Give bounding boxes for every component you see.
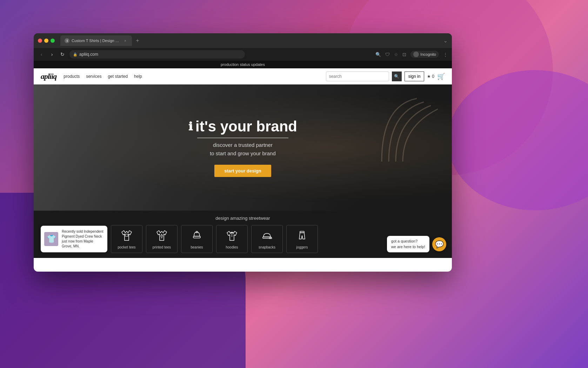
chat-avatar[interactable]: 💬 [432, 237, 446, 251]
bookmark-star-icon[interactable]: ☆ [394, 52, 398, 57]
snapback-icon [261, 229, 273, 243]
nav-services[interactable]: services [86, 74, 101, 79]
product-card-snapbacks[interactable]: snapbacks [251, 225, 283, 253]
product-card-printed-tees[interactable]: printed tees [146, 225, 178, 253]
split-view-icon[interactable]: ⊡ [402, 52, 406, 57]
joggers-label: joggers [296, 245, 308, 249]
hero-title-text: it's your brand [195, 118, 297, 135]
recently-sold-card: 👕 Recently sold Independent Pigment Dyed… [41, 226, 107, 252]
shield-icon[interactable]: 🛡 [385, 52, 390, 57]
hero-subtitle-line1: discover a trusted partner [213, 142, 273, 148]
url-text: apliiq.com [79, 52, 98, 57]
svg-point-2 [161, 237, 162, 238]
more-options-icon[interactable]: ⋮ [443, 52, 448, 57]
chat-bubble: got a question? we are here to help! [387, 236, 429, 252]
product-card-pocket-tees[interactable]: pocket tees [111, 225, 142, 253]
star-icon: ★ [427, 74, 431, 79]
hoodie-icon [226, 229, 238, 243]
nav-products[interactable]: products [64, 74, 80, 79]
snapbacks-label: snapbacks [259, 245, 275, 249]
cart-icon[interactable]: 🛒 [437, 73, 445, 80]
address-bar: ‹ › ↻ 🔒 apliiq.com 🔍 🛡 ☆ ⊡ Incognito ⋮ [34, 48, 452, 61]
printed-tee-icon [155, 229, 168, 243]
bottom-section: design amazing streetwear 👕 Recently sol… [34, 211, 452, 258]
hero-content: ℹ it's your brand discover a trusted par… [188, 118, 297, 177]
hero-title-icon: ℹ [188, 120, 193, 133]
product-card-hoodies[interactable]: hoodies [216, 225, 248, 253]
tab-favicon: ℹ [65, 38, 69, 43]
refresh-button[interactable]: ↻ [59, 52, 66, 57]
incognito-label: Incognito [420, 52, 436, 56]
back-button[interactable]: ‹ [38, 52, 45, 57]
nav-links: products services get started help [64, 74, 326, 79]
sign-in-button[interactable]: sign in [405, 71, 425, 81]
hero-cta-button[interactable]: start your design [214, 165, 271, 177]
incognito-badge[interactable]: Incognito [410, 51, 439, 58]
hero-subtitle-line2: to start and grow your brand [210, 150, 276, 156]
tab-bar: ℹ Custom T Shirts | Design Your × + [60, 35, 441, 46]
url-bar[interactable]: 🔒 apliiq.com [69, 50, 245, 59]
product-card-joggers[interactable]: joggers [286, 225, 318, 253]
top-banner[interactable]: production status updates [34, 61, 452, 68]
section-title: design amazing streetwear [41, 216, 445, 221]
chat-avatar-icon: 💬 [435, 240, 444, 248]
forward-button[interactable]: › [48, 52, 55, 57]
browser-chrome: ℹ Custom T Shirts | Design Your × + ⌄ [34, 33, 452, 48]
new-tab-button[interactable]: + [133, 36, 142, 45]
hero-subtitle: discover a trusted partner to start and … [188, 141, 297, 158]
svg-marker-1 [161, 234, 163, 236]
recently-sold-thumb: 👕 [44, 232, 58, 246]
maximize-button[interactable] [51, 39, 55, 43]
beanies-label: beanies [191, 245, 203, 249]
search-input[interactable] [326, 71, 389, 81]
tab-title: Custom T Shirts | Design Your [72, 39, 121, 43]
pocket-tees-label: pocket tees [118, 245, 135, 249]
svg-rect-0 [125, 234, 128, 236]
chat-line2: we are here to help! [391, 244, 425, 250]
svg-rect-3 [193, 236, 200, 238]
wishlist-button[interactable]: ★ 0 [427, 74, 434, 79]
hero-section: ℹ it's your brand discover a trusted par… [34, 84, 452, 211]
browser-menu-button[interactable]: ⌄ [443, 38, 448, 43]
products-row: 👕 Recently sold Independent Pigment Dyed… [41, 225, 445, 253]
chat-line1: got a question? [391, 239, 425, 244]
product-card-beanies[interactable]: beanies [181, 225, 213, 253]
search-address-icon[interactable]: 🔍 [375, 52, 381, 57]
website-content: production status updates apliiq product… [34, 61, 452, 272]
address-bar-right: 🔍 🛡 ☆ ⊡ Incognito ⋮ [375, 51, 448, 58]
minimize-button[interactable] [44, 39, 48, 43]
site-navigation: apliiq products services get started hel… [34, 68, 452, 84]
beanie-icon [191, 229, 203, 243]
close-button[interactable] [38, 39, 42, 43]
site-logo[interactable]: apliiq [41, 72, 56, 81]
traffic-lights [38, 39, 55, 43]
search-button[interactable]: 🔍 [392, 71, 402, 81]
hero-title: ℹ it's your brand [188, 118, 297, 135]
active-tab[interactable]: ℹ Custom T Shirts | Design Your × [60, 35, 132, 46]
wishlist-count: 0 [432, 74, 434, 79]
banner-text: production status updates [221, 62, 265, 67]
pocket-tee-icon [120, 229, 133, 243]
incognito-avatar [413, 52, 419, 57]
browser-window: ℹ Custom T Shirts | Design Your × + ⌄ ‹ … [34, 33, 452, 272]
hoodies-label: hoodies [226, 245, 238, 249]
chat-widget[interactable]: got a question? we are here to help! 💬 [387, 236, 446, 252]
nav-right: 🔍 sign in ★ 0 🛒 [326, 71, 445, 81]
nav-help[interactable]: help [134, 74, 142, 79]
printed-tees-label: printed tees [153, 245, 171, 249]
nav-get-started[interactable]: get started [108, 74, 128, 79]
hero-divider [197, 138, 288, 138]
lock-icon: 🔒 [73, 53, 77, 56]
recently-sold-text: Recently sold Independent Pigment Dyed C… [62, 229, 104, 249]
hero-arch-decoration [368, 91, 438, 162]
tab-close-button[interactable]: × [123, 38, 128, 43]
joggers-icon [296, 229, 308, 243]
